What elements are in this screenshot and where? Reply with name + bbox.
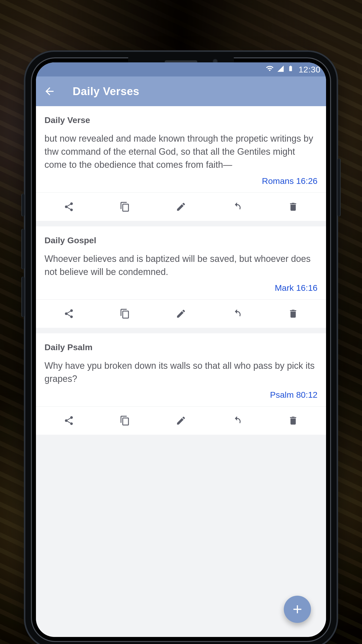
edit-icon <box>176 308 186 319</box>
volume-up-button <box>21 229 24 269</box>
card-actions <box>36 192 326 221</box>
card-title: Daily Gospel <box>44 235 318 245</box>
app-bar: Daily Verses <box>36 76 326 106</box>
cellular-icon <box>277 65 284 74</box>
share-button[interactable] <box>59 306 79 321</box>
copy-button[interactable] <box>115 413 135 428</box>
copy-icon <box>120 308 130 319</box>
volume-down-button <box>21 277 24 317</box>
edit-button[interactable] <box>171 413 191 428</box>
back-button[interactable] <box>42 85 57 97</box>
delete-button[interactable] <box>283 413 303 428</box>
refresh-button[interactable] <box>227 413 247 428</box>
verse-text: but now revealed and made known through … <box>44 132 318 172</box>
share-icon <box>64 415 74 426</box>
device-frame: 12:30 Daily Verses Daily Versebut now re… <box>24 50 338 644</box>
power-button <box>338 158 341 216</box>
delete-icon <box>288 202 298 212</box>
delete-button[interactable] <box>283 199 303 214</box>
copy-button[interactable] <box>115 199 135 214</box>
refresh-button[interactable] <box>227 199 247 214</box>
refresh-icon <box>232 202 242 212</box>
card-actions <box>36 299 326 328</box>
verse-text: Whoever believes and is baptized will be… <box>44 252 318 278</box>
status-bar: 12:30 <box>36 62 326 76</box>
share-icon <box>64 308 74 319</box>
clock-text: 12:30 <box>298 65 321 74</box>
card-actions <box>36 406 326 435</box>
verse-reference[interactable]: Mark 16:16 <box>44 283 318 293</box>
verse-reference[interactable]: Romans 16:26 <box>44 176 318 186</box>
share-button[interactable] <box>59 199 79 214</box>
content-scroll[interactable]: Daily Versebut now revealed and made kno… <box>36 106 326 637</box>
copy-icon <box>120 415 130 426</box>
copy-button[interactable] <box>115 306 135 321</box>
refresh-icon <box>232 415 242 426</box>
delete-icon <box>288 308 298 319</box>
share-icon <box>64 202 74 212</box>
edit-icon <box>176 202 186 212</box>
refresh-button[interactable] <box>227 306 247 321</box>
verse-reference[interactable]: Psalm 80:12 <box>44 390 318 400</box>
verse-card: Daily PsalmWhy have ypu broken down its … <box>36 333 326 435</box>
edit-icon <box>176 415 186 426</box>
wifi-icon <box>266 64 274 74</box>
card-title: Daily Psalm <box>44 342 318 352</box>
delete-button[interactable] <box>283 306 303 321</box>
mute-switch <box>21 194 24 216</box>
verse-card: Daily Versebut now revealed and made kno… <box>36 106 326 221</box>
verse-card: Daily GospelWhoever believes and is bapt… <box>36 226 326 328</box>
card-title: Daily Verse <box>44 115 318 125</box>
battery-icon <box>287 64 294 75</box>
delete-icon <box>288 415 298 426</box>
page-title: Daily Verses <box>73 85 139 98</box>
edit-button[interactable] <box>171 199 191 214</box>
edit-button[interactable] <box>171 306 191 321</box>
refresh-icon <box>232 308 242 319</box>
share-button[interactable] <box>59 413 79 428</box>
verse-text: Why have ypu broken down its walls so th… <box>44 359 318 385</box>
copy-icon <box>120 202 130 212</box>
add-button[interactable] <box>284 596 311 623</box>
screen: 12:30 Daily Verses Daily Versebut now re… <box>36 62 326 637</box>
